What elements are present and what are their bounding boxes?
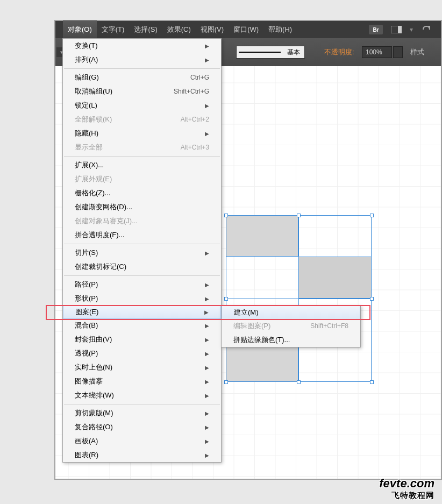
watermark-url: fevte.com [379,477,434,491]
menu-slice[interactable]: 切片(S)▶ [63,246,221,260]
pattern-submenu: 建立(M) 编辑图案(P)Shift+Ctrl+F8 拼贴边缘颜色(T)... [221,306,361,347]
submenu-edit-pattern: 编辑图案(P)Shift+Ctrl+F8 [222,319,360,333]
menu-path[interactable]: 路径(P)▶ [63,278,221,292]
menu-help[interactable]: 帮助(H) [263,20,297,39]
menu-artboard[interactable]: 画板(A)▶ [63,434,221,448]
svg-rect-1 [398,26,402,33]
opacity-label: 不透明度: [324,47,354,57]
menu-object[interactable]: 对象(O) [63,20,97,39]
artwork-divider [226,299,372,299]
menu-lock[interactable]: 锁定(L)▶ [63,98,221,112]
menu-arrange[interactable]: 排列(A)▶ [63,53,221,67]
menu-compound-path[interactable]: 复合路径(O)▶ [63,420,221,434]
menu-crop-marks[interactable]: 创建裁切标记(C) [63,260,221,274]
menu-clipping-mask[interactable]: 剪切蒙版(M)▶ [63,406,221,420]
menu-view[interactable]: 视图(V) [196,20,229,39]
opacity-stepper[interactable] [393,46,403,58]
menu-select[interactable]: 选择(S) [129,20,162,39]
menu-hide[interactable]: 隐藏(H)▶ [63,126,221,140]
menu-envelope[interactable]: 封套扭曲(V)▶ [63,332,221,346]
menu-gradient-mesh[interactable]: 创建渐变网格(D)... [63,200,221,214]
menu-object-mosaic: 创建对象马赛克(J)... [63,214,221,228]
style-label: 样式 [410,47,424,57]
menu-expand-appearance: 扩展外观(E) [63,172,221,186]
opacity-input[interactable]: 100% [362,46,392,58]
menu-unlock-all: 全部解锁(K)Alt+Ctrl+2 [63,112,221,126]
menu-live-paint[interactable]: 实时上色(N)▶ [63,360,221,374]
menubar: 对象(O) 文字(T) 选择(S) 效果(C) 视图(V) 窗口(W) 帮助(H… [55,21,441,38]
menu-show-all: 显示全部Alt+Ctrl+3 [63,140,221,154]
menu-flatten-transparency[interactable]: 拼合透明度(F)... [63,228,221,242]
menu-group[interactable]: 编组(G)Ctrl+G [63,70,221,84]
menu-window[interactable]: 窗口(W) [229,20,263,39]
menu-effect[interactable]: 效果(C) [162,20,196,39]
watermark-name: 飞特教程网 [379,491,434,501]
menu-pattern[interactable]: 图案(E)▶ [63,305,221,319]
menu-rasterize[interactable]: 栅格化(Z)... [63,186,221,200]
submenu-make[interactable]: 建立(M) [222,306,360,320]
menu-graph[interactable]: 图表(R)▶ [63,448,221,462]
artwork-cell-mid[interactable] [298,257,372,299]
menu-image-trace[interactable]: 图像描摹▶ [63,374,221,388]
layout-icon[interactable] [390,25,402,34]
menu-blend[interactable]: 混合(B)▶ [63,318,221,332]
menu-text-wrap[interactable]: 文本绕排(W)▶ [63,388,221,402]
stroke-preset-label: 基本 [283,48,304,57]
object-menu-dropdown: 变换(T)▶ 排列(A)▶ 编组(G)Ctrl+G 取消编组(U)Shift+C… [62,38,222,463]
submenu-tile-edge-color[interactable]: 拼贴边缘颜色(T)... [222,333,360,347]
stroke-preset[interactable]: 基本 [236,46,305,59]
watermark: fevte.com 飞特教程网 [379,477,434,501]
menu-shape[interactable]: 形状(P)▶ [63,292,221,306]
artwork-cell-top[interactable] [226,215,298,257]
menu-transform[interactable]: 变换(T)▶ [63,39,221,53]
menu-ungroup[interactable]: 取消编组(U)Shift+Ctrl+G [63,84,221,98]
menu-expand[interactable]: 扩展(X)... [63,158,221,172]
sync-icon[interactable] [420,25,432,34]
bridge-icon[interactable]: Br [369,25,383,34]
menu-type[interactable]: 文字(T) [97,20,130,39]
menu-perspective[interactable]: 透视(P)▶ [63,346,221,360]
